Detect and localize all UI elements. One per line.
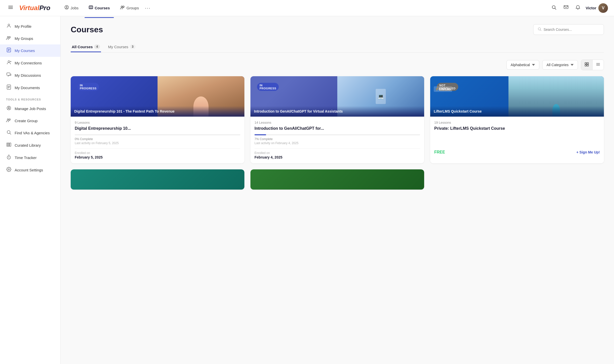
courses-toolbar: Alphabetical All Categories (71, 60, 604, 70)
course-card-4[interactable] (71, 169, 244, 190)
course-body-2: 14 Lessons Introduction to GenAI/ChatGPT… (250, 117, 424, 163)
top-navigation: VirtualPro Jobs Courses Groups ··· (0, 0, 614, 16)
tab-all-courses[interactable]: All Courses 4 (71, 42, 101, 52)
categories-label: All Categories (547, 63, 569, 67)
courses-grid-row2 (71, 169, 604, 190)
lessons-count-2: 14 Lessons (254, 121, 420, 124)
courses-icon (89, 5, 93, 11)
logo-pro: Pro (39, 4, 50, 12)
user-avatar: V (598, 3, 608, 13)
list-view-button[interactable] (593, 60, 604, 70)
connections-icon (6, 60, 12, 66)
search-button[interactable] (550, 3, 558, 13)
sidebar-item-my-profile-label: My Profile (15, 24, 32, 29)
provider-logo: 🏋 LifterLMS (435, 88, 451, 91)
nav-jobs[interactable]: Jobs (60, 3, 83, 13)
list-icon (596, 62, 600, 66)
course-card-image-2: 💻 IN PROGRESS Introduction to GenAI/Chat… (250, 76, 424, 117)
nav-courses[interactable]: Courses (85, 3, 114, 13)
more-options-button[interactable]: ··· (145, 5, 151, 11)
library-icon (6, 142, 12, 148)
svg-rect-43 (585, 65, 586, 66)
toggle-sidebar-button[interactable] (6, 3, 15, 13)
search-courses-input[interactable] (544, 28, 600, 32)
course-card-5[interactable] (250, 169, 424, 190)
sidebar-item-my-discussions[interactable]: My Discussions (0, 69, 60, 82)
svg-rect-1 (8, 7, 13, 8)
sidebar-item-curated-library-label: Curated Library (15, 143, 41, 147)
svg-line-40 (540, 30, 541, 31)
progress-bar-2 (254, 134, 266, 135)
course-card-3[interactable]: NOT ENROLLED 🏋 LifterLMS LifterLMS Quick… (430, 76, 604, 163)
search-icon (538, 27, 542, 32)
courses-grid: IN PROGRESS Digital Entrepreneurship 101… (71, 76, 604, 163)
avatar-image: V (598, 3, 608, 13)
svg-rect-21 (7, 73, 10, 75)
view-toggle (581, 60, 604, 70)
sidebar-item-manage-job-posts[interactable]: Manage Job Posts (0, 102, 60, 115)
svg-line-31 (10, 133, 11, 134)
svg-rect-0 (8, 6, 13, 6)
sort-dropdown[interactable]: Alphabetical (506, 60, 539, 70)
last-activity-2: Last activity on February 4, 2025 (254, 141, 420, 145)
messages-button[interactable] (562, 3, 570, 13)
divider-2 (254, 148, 420, 149)
sidebar-item-my-profile[interactable]: My Profile (0, 20, 60, 33)
tab-my-courses-badge: 3 (130, 44, 136, 49)
search-box[interactable] (533, 24, 604, 35)
sidebar-item-my-documents[interactable]: My Documents (0, 82, 60, 94)
nav-courses-label: Courses (95, 6, 110, 10)
course-badge-2: IN PROGRESS (257, 83, 279, 91)
categories-dropdown[interactable]: All Categories (542, 60, 578, 70)
svg-rect-32 (7, 143, 8, 146)
sort-chevron-icon (532, 63, 535, 66)
find-vas-icon (6, 130, 12, 136)
progress-bar-wrap-1 (75, 134, 240, 135)
grid-view-button[interactable] (581, 60, 592, 70)
sidebar-item-create-group[interactable]: Create Group (0, 115, 60, 127)
free-row: FREE + Sign Me Up! (434, 150, 600, 154)
categories-chevron-icon (571, 63, 574, 66)
progress-text-2: 7% Complete (254, 137, 420, 141)
course-title-overlay-2: Introduction to GenAI/ChatGPT for Virtua… (254, 109, 421, 114)
course-card-image-3: NOT ENROLLED 🏋 LifterLMS LifterLMS Quick… (430, 76, 604, 117)
groups-icon (120, 5, 125, 11)
svg-point-26 (7, 106, 11, 110)
sidebar-item-time-tracker-label: Time Tracker (15, 155, 37, 160)
sidebar-item-my-documents-label: My Documents (15, 86, 40, 90)
divider-1 (75, 148, 240, 149)
svg-point-29 (9, 119, 10, 120)
svg-point-6 (121, 6, 123, 8)
course-card-2[interactable]: 💻 IN PROGRESS Introduction to GenAI/Chat… (250, 76, 424, 163)
tab-my-courses-label: My Courses (108, 45, 128, 49)
nav-links: Jobs Courses Groups ··· (60, 3, 550, 13)
sidebar-item-curated-library[interactable]: Curated Library (0, 139, 60, 151)
page-title: Courses (71, 25, 103, 34)
sign-me-up-button[interactable]: + Sign Me Up! (576, 150, 600, 154)
sidebar-item-time-tracker[interactable]: Time Tracker (0, 151, 60, 164)
sidebar-item-my-connections[interactable]: My Connections (0, 57, 60, 69)
svg-rect-44 (587, 65, 589, 66)
enrolled-date-2: February 4, 2025 (254, 155, 420, 159)
svg-rect-42 (587, 63, 589, 64)
nav-groups[interactable]: Groups (116, 3, 143, 13)
svg-point-27 (8, 107, 10, 108)
nav-right: Victor V (550, 3, 608, 13)
course-badge-1: IN PROGRESS (77, 83, 99, 91)
notifications-button[interactable] (574, 3, 582, 13)
sidebar-item-account-settings[interactable]: Account Settings (0, 164, 60, 176)
user-info[interactable]: Victor V (586, 3, 608, 13)
sidebar-item-my-courses[interactable]: My Courses (0, 44, 60, 57)
logo[interactable]: VirtualPro (19, 4, 50, 12)
course-title-3: Private: LifterLMS Quickstart Course (434, 126, 600, 131)
course-body-3: 19 Lessons Private: LifterLMS Quickstart… (430, 117, 604, 159)
jobs-icon (64, 5, 69, 11)
course-card-1[interactable]: IN PROGRESS Digital Entrepreneurship 101… (71, 76, 244, 163)
nav-jobs-label: Jobs (70, 6, 79, 10)
tab-my-courses[interactable]: My Courses 3 (107, 42, 137, 52)
sidebar-item-my-groups[interactable]: My Groups (0, 33, 60, 44)
sidebar-item-find-vas[interactable]: Find VAs & Agencies (0, 127, 60, 139)
sidebar-item-my-discussions-label: My Discussions (15, 73, 41, 77)
groups-side-icon (6, 36, 12, 41)
progress-text-1: 0% Complete (75, 137, 240, 141)
